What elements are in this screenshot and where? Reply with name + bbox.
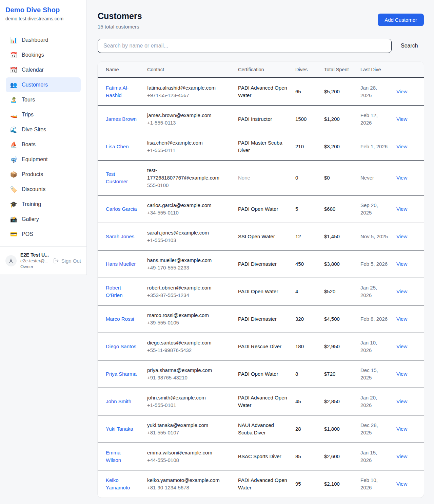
view-customer-link[interactable]: View xyxy=(396,261,407,267)
sign-out-icon xyxy=(53,258,59,264)
view-customer-link[interactable]: View xyxy=(396,288,407,294)
customer-dives: 12 xyxy=(295,234,301,239)
table-row: Fatima Al-Rashid fatima.alrashid@example… xyxy=(98,78,424,106)
view-customer-link[interactable]: View xyxy=(396,343,407,349)
customer-dives: 85 xyxy=(295,453,301,459)
sidebar-item-label: Dive Sites xyxy=(22,127,46,133)
user-meta: E2E Test U... e2e-tester@... Owner xyxy=(20,252,50,269)
view-customer-link[interactable]: View xyxy=(396,481,407,487)
sidebar-item-bookings[interactable]: 📅 Bookings xyxy=(6,48,81,62)
customer-email: priya.sharma@example.com xyxy=(147,367,222,374)
trips-icon: 🚤 xyxy=(10,112,17,118)
customer-last-dive: Jan 20, 2026 xyxy=(360,395,377,408)
view-customer-link[interactable]: View xyxy=(396,398,407,404)
sidebar-item-tours[interactable]: 🏝️ Tours xyxy=(6,92,81,107)
user-icon xyxy=(8,258,14,264)
customer-name-link[interactable]: Robert O'Brien xyxy=(106,285,123,298)
sidebar-item-equipment[interactable]: 🤿 Equipment xyxy=(6,152,81,167)
sidebar-item-dashboard[interactable]: 📊 Dashboard xyxy=(6,33,81,48)
customer-total-spent: $1,200 xyxy=(324,116,340,122)
col-header-name: Name xyxy=(98,62,147,78)
customer-last-dive: Feb 5, 2026 xyxy=(360,261,388,267)
sidebar-item-boats[interactable]: ⛵ Boats xyxy=(6,137,81,152)
col-header-dives: Dives xyxy=(295,62,324,78)
customer-name-link[interactable]: Keiko Yamamoto xyxy=(106,477,130,490)
sidebar-item-calendar[interactable]: 📆 Calendar xyxy=(6,62,81,77)
view-customer-link[interactable]: View xyxy=(396,89,407,94)
training-icon: 🎓 xyxy=(10,202,17,207)
customer-certification: PADI Advanced Open Water xyxy=(238,85,287,98)
user-email: e2e-tester@... xyxy=(20,258,50,263)
customer-name-link[interactable]: Marco Rossi xyxy=(106,316,134,322)
search-input[interactable] xyxy=(98,39,392,53)
view-customer-link[interactable]: View xyxy=(396,144,407,149)
customer-last-dive: Sep 20, 2025 xyxy=(360,202,378,216)
customer-email: keiko.yamamoto@example.com xyxy=(147,477,222,484)
table-row: James Brown james.brown@example.com +1-5… xyxy=(98,106,424,133)
customer-name-link[interactable]: Sarah Jones xyxy=(106,234,134,239)
pos-icon: 💳 xyxy=(10,231,17,237)
customer-email: carlos.garcia@example.com xyxy=(147,202,222,209)
sidebar-item-trips[interactable]: 🚤 Trips xyxy=(6,107,81,122)
sidebar-item-pos[interactable]: 💳 POS xyxy=(6,227,81,242)
customer-name-link[interactable]: Lisa Chen xyxy=(106,144,129,149)
customer-name-link[interactable]: James Brown xyxy=(106,116,137,122)
view-customer-link[interactable]: View xyxy=(396,206,407,212)
sidebar-item-products[interactable]: 📦 Products xyxy=(6,167,81,182)
sign-out-button[interactable]: Sign Out xyxy=(53,258,81,264)
customer-certification: PADI Advanced Open Water xyxy=(238,395,287,408)
shop-domain: demo.test.divestreams.com xyxy=(5,16,81,21)
customer-email: test-1772681807767@example.com xyxy=(147,167,222,182)
customer-phone: +49-170-555-2233 xyxy=(147,264,222,272)
view-customer-link[interactable]: View xyxy=(396,426,407,432)
products-icon: 📦 xyxy=(10,172,17,178)
view-customer-link[interactable]: View xyxy=(396,116,407,122)
main-content: Customers 15 total customers Add Custome… xyxy=(87,0,434,504)
customer-last-dive: Jan 25, 2026 xyxy=(360,285,377,298)
sidebar-item-label: Discounts xyxy=(22,186,45,192)
sidebar-item-discounts[interactable]: 🏷️ Discounts xyxy=(6,182,81,197)
customer-phone: +353-87-555-1234 xyxy=(147,292,222,299)
table-row: Sarah Jones sarah.jones@example.com +1-5… xyxy=(98,223,424,250)
sidebar-item-customers[interactable]: 👥 Customers xyxy=(6,77,81,92)
customer-total-spent: $3,800 xyxy=(324,261,340,267)
view-customer-link[interactable]: View xyxy=(396,316,407,322)
customer-email: sarah.jones@example.com xyxy=(147,229,222,237)
sidebar-item-gallery[interactable]: 📸 Gallery xyxy=(6,212,81,227)
customer-last-dive: Feb 12, 2026 xyxy=(360,112,378,126)
customer-email: john.smith@example.com xyxy=(147,394,222,402)
customer-name-link[interactable]: John Smith xyxy=(106,398,131,404)
customer-total-spent: $1,800 xyxy=(324,426,340,432)
customer-total-spent: $0 xyxy=(324,175,330,181)
sidebar-item-label: Equipment xyxy=(22,156,48,163)
customer-name-link[interactable]: Priya Sharma xyxy=(106,371,137,377)
sidebar-item-label: Boats xyxy=(22,142,36,148)
customer-certification: PADI Open Water xyxy=(238,206,278,212)
calendar-icon: 📆 xyxy=(10,67,17,73)
customer-total-spent: $3,200 xyxy=(324,144,340,149)
customer-name-link[interactable]: Test Customer xyxy=(106,171,128,184)
customer-name-link[interactable]: Yuki Tanaka xyxy=(106,426,133,432)
view-customer-link[interactable]: View xyxy=(396,371,407,377)
table-row: Priya Sharma priya.sharma@example.com +9… xyxy=(98,360,424,388)
customer-name-link[interactable]: Carlos Garcia xyxy=(106,206,137,212)
dive-sites-icon: 🌊 xyxy=(10,127,17,133)
search-button[interactable]: Search xyxy=(401,43,418,49)
sidebar-item-training[interactable]: 🎓 Training xyxy=(6,197,81,212)
view-customer-link[interactable]: View xyxy=(396,453,407,459)
view-customer-link[interactable]: View xyxy=(396,234,407,239)
customer-name-link[interactable]: Fatima Al-Rashid xyxy=(106,85,129,98)
view-customer-link[interactable]: View xyxy=(396,175,407,181)
customer-phone: +1-555-0103 xyxy=(147,237,222,244)
customer-certification: PADI Advanced Open Water xyxy=(238,477,287,490)
customer-dives: 65 xyxy=(295,89,301,94)
customer-certification: PADI Instructor xyxy=(238,116,272,122)
table-row: Emma Wilson emma.wilson@example.com +44-… xyxy=(98,443,424,470)
customer-name-link[interactable]: Hans Mueller xyxy=(106,261,136,267)
add-customer-button[interactable]: Add Customer xyxy=(378,14,424,26)
sidebar-item-dive-sites[interactable]: 🌊 Dive Sites xyxy=(6,122,81,137)
avatar xyxy=(5,255,17,266)
customer-name-link[interactable]: Diego Santos xyxy=(106,343,136,349)
dashboard-icon: 📊 xyxy=(10,37,17,43)
customer-name-link[interactable]: Emma Wilson xyxy=(106,450,121,463)
